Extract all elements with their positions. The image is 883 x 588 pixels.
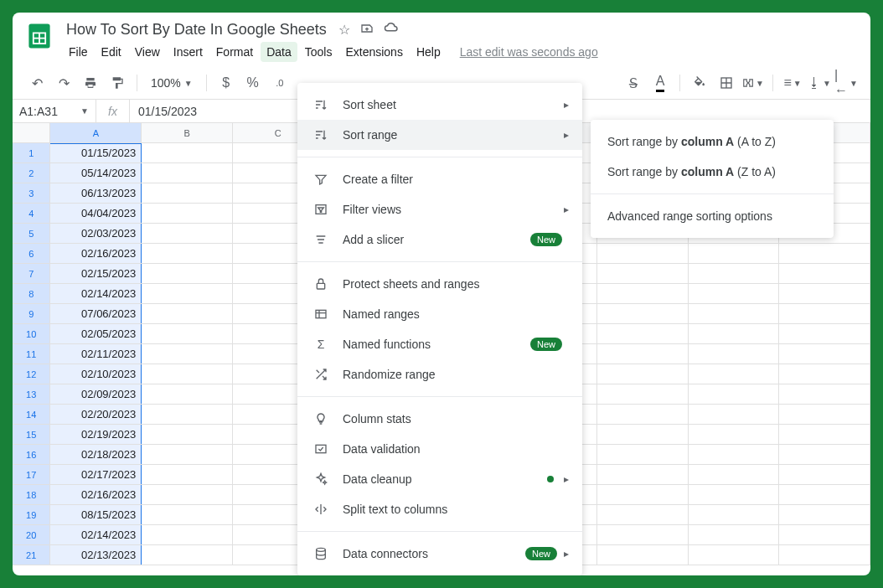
cell[interactable]: [597, 545, 689, 565]
cell[interactable]: 06/13/2023: [50, 183, 142, 203]
cell[interactable]: [689, 304, 780, 323]
sort-range-za[interactable]: Sort range by column A (Z to A): [591, 157, 834, 187]
menu-insert[interactable]: Insert: [168, 42, 209, 62]
align-icon[interactable]: ≡▼: [782, 72, 803, 94]
menu-protect[interactable]: Protect sheets and ranges: [297, 269, 582, 299]
menu-column-stats[interactable]: Column stats: [297, 404, 582, 434]
cell[interactable]: 02/16/2023: [50, 244, 142, 263]
wrap-icon[interactable]: |←▼: [835, 72, 857, 94]
cell[interactable]: [779, 445, 870, 464]
cell[interactable]: [597, 344, 689, 364]
cell[interactable]: [142, 143, 233, 162]
cell[interactable]: 02/20/2023: [50, 405, 142, 424]
menu-named-functions[interactable]: Σ Named functions New: [297, 329, 582, 359]
cell[interactable]: [597, 284, 689, 303]
cell[interactable]: [689, 244, 780, 263]
cell[interactable]: [597, 465, 689, 484]
cell[interactable]: [597, 324, 689, 343]
cell[interactable]: 02/18/2023: [50, 445, 142, 464]
menu-data-validation[interactable]: Data validation: [297, 434, 582, 464]
merge-icon[interactable]: ▼: [742, 72, 764, 94]
redo-icon[interactable]: ↷: [53, 72, 75, 94]
borders-icon[interactable]: [715, 72, 737, 94]
menu-sort-range[interactable]: Sort range ▸: [297, 120, 582, 150]
menu-file[interactable]: File: [63, 42, 94, 62]
cell[interactable]: [597, 264, 689, 283]
row-header[interactable]: 9: [13, 304, 50, 323]
cell[interactable]: [597, 364, 689, 384]
cell[interactable]: [689, 545, 780, 565]
cell[interactable]: 01/15/2023: [50, 143, 142, 162]
row-header[interactable]: 3: [13, 183, 50, 203]
row-header[interactable]: 6: [13, 244, 50, 263]
cell[interactable]: [597, 445, 689, 464]
cell[interactable]: [142, 284, 233, 303]
cell[interactable]: [779, 485, 870, 504]
cell[interactable]: [689, 344, 780, 364]
cell[interactable]: 02/17/2023: [50, 465, 142, 484]
decimal-icon[interactable]: .0: [269, 72, 291, 94]
row-header[interactable]: 16: [13, 445, 50, 464]
menu-sort-sheet[interactable]: Sort sheet ▸: [297, 90, 582, 120]
row-header[interactable]: 18: [13, 485, 50, 504]
row-header[interactable]: 14: [13, 405, 50, 424]
cell[interactable]: 02/16/2023: [50, 485, 142, 504]
menu-add-slicer[interactable]: Add a slicer New: [297, 224, 582, 255]
cell[interactable]: [142, 264, 233, 283]
paint-format-icon[interactable]: [106, 72, 128, 94]
menu-split-text[interactable]: Split text to columns: [297, 494, 582, 524]
row-header[interactable]: 20: [13, 525, 50, 544]
percent-icon[interactable]: %: [242, 72, 264, 94]
cell[interactable]: 02/11/2023: [50, 344, 142, 364]
cell[interactable]: [597, 525, 689, 544]
cell[interactable]: 02/13/2023: [50, 545, 142, 565]
cell[interactable]: [689, 264, 780, 283]
cell[interactable]: 02/15/2023: [50, 264, 142, 283]
cell[interactable]: [779, 525, 870, 544]
cell[interactable]: [142, 545, 233, 565]
cell[interactable]: [689, 284, 780, 303]
cell[interactable]: 08/15/2023: [50, 505, 142, 524]
cell[interactable]: [779, 304, 870, 323]
menu-extensions[interactable]: Extensions: [339, 42, 408, 62]
cell[interactable]: 02/03/2023: [50, 224, 142, 243]
row-header[interactable]: 8: [13, 284, 50, 303]
cell[interactable]: [142, 204, 233, 223]
cell[interactable]: [689, 384, 780, 404]
zoom-select[interactable]: 100%▼: [146, 76, 198, 90]
menu-tools[interactable]: Tools: [299, 42, 338, 62]
cell[interactable]: [142, 304, 233, 323]
row-header[interactable]: 2: [13, 163, 50, 183]
row-header[interactable]: 4: [13, 204, 50, 223]
cell[interactable]: [597, 425, 689, 444]
cell[interactable]: 02/19/2023: [50, 425, 142, 444]
sheets-logo[interactable]: [23, 19, 56, 53]
menu-randomize[interactable]: Randomize range: [297, 359, 582, 389]
menu-edit[interactable]: Edit: [96, 42, 127, 62]
cell[interactable]: [779, 264, 870, 283]
fill-color-icon[interactable]: [689, 72, 710, 94]
move-icon[interactable]: [360, 22, 374, 39]
menu-named-ranges[interactable]: Named ranges: [297, 299, 582, 329]
cell[interactable]: [142, 445, 233, 464]
cell[interactable]: [689, 465, 780, 484]
row-header[interactable]: 10: [13, 324, 50, 343]
menu-filter-views[interactable]: Filter views ▸: [297, 194, 582, 224]
last-edit-link[interactable]: Last edit was seconds ago: [460, 45, 598, 59]
menu-format[interactable]: Format: [210, 42, 259, 62]
cell[interactable]: [597, 384, 689, 404]
row-header[interactable]: 1: [13, 143, 50, 162]
sort-range-az[interactable]: Sort range by column A (A to Z): [591, 126, 834, 157]
cell[interactable]: [779, 505, 870, 524]
star-icon[interactable]: ☆: [338, 22, 350, 39]
menu-data[interactable]: Data: [261, 42, 297, 62]
cell[interactable]: [779, 545, 870, 565]
row-header[interactable]: 19: [13, 505, 50, 524]
cell[interactable]: [779, 244, 870, 263]
row-header[interactable]: 15: [13, 425, 50, 444]
cell[interactable]: [779, 284, 870, 303]
cell[interactable]: [779, 324, 870, 343]
cell[interactable]: [142, 485, 233, 504]
cell[interactable]: [779, 344, 870, 364]
cell[interactable]: [689, 485, 780, 504]
